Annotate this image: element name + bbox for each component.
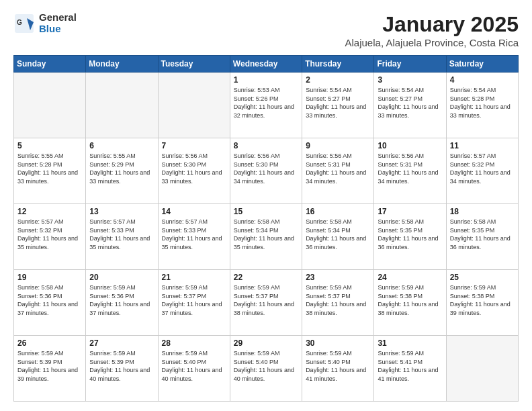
calendar-day-cell: 19Sunrise: 5:58 AMSunset: 5:36 PMDayligh…: [14, 270, 86, 336]
calendar-day-cell: [158, 73, 230, 138]
day-number: 20: [89, 273, 154, 282]
day-info: Sunrise: 5:58 AMSunset: 5:35 PMDaylight:…: [450, 218, 515, 251]
day-number: 7: [162, 141, 226, 150]
calendar-day-cell: 11Sunrise: 5:57 AMSunset: 5:32 PMDayligh…: [446, 138, 518, 204]
day-info: Sunrise: 5:54 AMSunset: 5:27 PMDaylight:…: [306, 86, 370, 120]
day-number: 30: [306, 338, 370, 348]
day-number: 31: [378, 338, 442, 348]
calendar-day-cell: 14Sunrise: 5:57 AMSunset: 5:33 PMDayligh…: [158, 204, 230, 270]
calendar-week-row: 5Sunrise: 5:55 AMSunset: 5:28 PMDaylight…: [14, 138, 519, 204]
day-info: Sunrise: 5:57 AMSunset: 5:32 PMDaylight:…: [17, 218, 82, 251]
calendar-day-cell: 31Sunrise: 5:59 AMSunset: 5:41 PMDayligh…: [374, 336, 446, 402]
day-info: Sunrise: 5:59 AMSunset: 5:38 PMDaylight:…: [450, 283, 515, 317]
day-info: Sunrise: 5:58 AMSunset: 5:36 PMDaylight:…: [17, 283, 82, 317]
calendar-day-cell: 15Sunrise: 5:58 AMSunset: 5:34 PMDayligh…: [230, 204, 302, 270]
day-info: Sunrise: 5:59 AMSunset: 5:38 PMDaylight:…: [378, 283, 442, 317]
calendar-day-cell: 9Sunrise: 5:56 AMSunset: 5:31 PMDaylight…: [302, 138, 374, 204]
day-number: 14: [162, 207, 226, 216]
day-number: 29: [234, 338, 298, 348]
calendar-week-row: 19Sunrise: 5:58 AMSunset: 5:36 PMDayligh…: [14, 270, 519, 336]
day-info: Sunrise: 5:59 AMSunset: 5:39 PMDaylight:…: [89, 349, 154, 383]
calendar-day-cell: 5Sunrise: 5:55 AMSunset: 5:28 PMDaylight…: [14, 138, 86, 204]
day-info: Sunrise: 5:59 AMSunset: 5:37 PMDaylight:…: [234, 283, 298, 317]
logo-icon: G: [13, 13, 35, 34]
day-number: 2: [306, 75, 370, 85]
logo: G General Blue: [13, 12, 77, 34]
day-number: 23: [306, 273, 370, 282]
calendar-day-header: Tuesday: [158, 56, 230, 73]
day-info: Sunrise: 5:59 AMSunset: 5:37 PMDaylight:…: [162, 283, 226, 317]
calendar-day-header: Friday: [374, 56, 446, 73]
day-number: 28: [162, 338, 226, 348]
calendar-day-cell: 10Sunrise: 5:56 AMSunset: 5:31 PMDayligh…: [374, 138, 446, 204]
calendar-day-header: Sunday: [14, 56, 86, 73]
calendar-day-cell: 25Sunrise: 5:59 AMSunset: 5:38 PMDayligh…: [446, 270, 518, 336]
calendar-day-cell: 22Sunrise: 5:59 AMSunset: 5:37 PMDayligh…: [230, 270, 302, 336]
calendar-day-cell: 28Sunrise: 5:59 AMSunset: 5:40 PMDayligh…: [158, 336, 230, 402]
logo-text: General Blue: [39, 12, 77, 34]
day-number: 27: [89, 338, 154, 348]
calendar-day-header: Wednesday: [230, 56, 302, 73]
calendar-day-cell: 16Sunrise: 5:58 AMSunset: 5:34 PMDayligh…: [302, 204, 374, 270]
calendar-day-cell: 13Sunrise: 5:57 AMSunset: 5:33 PMDayligh…: [86, 204, 158, 270]
day-info: Sunrise: 5:56 AMSunset: 5:31 PMDaylight:…: [378, 152, 442, 185]
calendar-day-cell: [446, 336, 518, 402]
day-info: Sunrise: 5:59 AMSunset: 5:37 PMDaylight:…: [306, 283, 370, 317]
calendar-day-cell: 20Sunrise: 5:59 AMSunset: 5:36 PMDayligh…: [86, 270, 158, 336]
day-number: 18: [450, 207, 515, 216]
day-number: 12: [17, 207, 82, 216]
logo-general-text: General: [39, 12, 77, 24]
svg-text:G: G: [17, 19, 22, 26]
main-title: January 2025: [345, 12, 519, 37]
day-number: 16: [306, 207, 370, 216]
day-number: 4: [450, 75, 515, 85]
day-info: Sunrise: 5:59 AMSunset: 5:41 PMDaylight:…: [378, 349, 442, 383]
calendar-day-header: Saturday: [446, 56, 518, 73]
day-info: Sunrise: 5:58 AMSunset: 5:34 PMDaylight:…: [234, 218, 298, 251]
day-info: Sunrise: 5:54 AMSunset: 5:28 PMDaylight:…: [450, 86, 515, 120]
day-info: Sunrise: 5:59 AMSunset: 5:40 PMDaylight:…: [306, 349, 370, 383]
calendar-day-cell: 17Sunrise: 5:58 AMSunset: 5:35 PMDayligh…: [374, 204, 446, 270]
calendar-header-row: SundayMondayTuesdayWednesdayThursdayFrid…: [14, 56, 519, 73]
day-info: Sunrise: 5:58 AMSunset: 5:35 PMDaylight:…: [378, 218, 442, 251]
day-number: 3: [378, 75, 442, 85]
calendar-day-cell: 7Sunrise: 5:56 AMSunset: 5:30 PMDaylight…: [158, 138, 230, 204]
day-info: Sunrise: 5:59 AMSunset: 5:39 PMDaylight:…: [17, 349, 82, 383]
calendar-day-cell: 26Sunrise: 5:59 AMSunset: 5:39 PMDayligh…: [14, 336, 86, 402]
day-number: 26: [17, 338, 82, 348]
day-number: 10: [378, 141, 442, 150]
calendar-day-cell: 12Sunrise: 5:57 AMSunset: 5:32 PMDayligh…: [14, 204, 86, 270]
logo-blue-text: Blue: [39, 24, 77, 35]
day-info: Sunrise: 5:56 AMSunset: 5:31 PMDaylight:…: [306, 152, 370, 185]
day-info: Sunrise: 5:59 AMSunset: 5:36 PMDaylight:…: [89, 283, 154, 317]
day-number: 8: [234, 141, 298, 150]
day-number: 13: [89, 207, 154, 216]
calendar-day-cell: 29Sunrise: 5:59 AMSunset: 5:40 PMDayligh…: [230, 336, 302, 402]
calendar-day-cell: 23Sunrise: 5:59 AMSunset: 5:37 PMDayligh…: [302, 270, 374, 336]
calendar-day-cell: 8Sunrise: 5:56 AMSunset: 5:30 PMDaylight…: [230, 138, 302, 204]
calendar-week-row: 12Sunrise: 5:57 AMSunset: 5:32 PMDayligh…: [14, 204, 519, 270]
day-number: 24: [378, 273, 442, 282]
day-number: 5: [17, 141, 82, 150]
day-info: Sunrise: 5:57 AMSunset: 5:33 PMDaylight:…: [162, 218, 226, 251]
calendar-day-header: Thursday: [302, 56, 374, 73]
day-number: 15: [234, 207, 298, 216]
day-info: Sunrise: 5:59 AMSunset: 5:40 PMDaylight:…: [234, 349, 298, 383]
calendar-day-cell: 6Sunrise: 5:55 AMSunset: 5:29 PMDaylight…: [86, 138, 158, 204]
day-number: 25: [450, 273, 515, 282]
day-number: 17: [378, 207, 442, 216]
day-number: 19: [17, 273, 82, 282]
day-info: Sunrise: 5:58 AMSunset: 5:34 PMDaylight:…: [306, 218, 370, 251]
header: G General Blue January 2025 Alajuela, Al…: [13, 12, 519, 48]
calendar-week-row: 1Sunrise: 5:53 AMSunset: 5:26 PMDaylight…: [14, 73, 519, 138]
calendar-day-cell: 30Sunrise: 5:59 AMSunset: 5:40 PMDayligh…: [302, 336, 374, 402]
day-info: Sunrise: 5:53 AMSunset: 5:26 PMDaylight:…: [234, 86, 298, 120]
calendar-day-cell: 4Sunrise: 5:54 AMSunset: 5:28 PMDaylight…: [446, 73, 518, 138]
day-info: Sunrise: 5:55 AMSunset: 5:29 PMDaylight:…: [89, 152, 154, 185]
day-info: Sunrise: 5:56 AMSunset: 5:30 PMDaylight:…: [162, 152, 226, 185]
day-number: 11: [450, 141, 515, 150]
calendar-day-cell: 24Sunrise: 5:59 AMSunset: 5:38 PMDayligh…: [374, 270, 446, 336]
page: G General Blue January 2025 Alajuela, Al…: [0, 0, 532, 411]
calendar-day-cell: [86, 73, 158, 138]
calendar-day-cell: 1Sunrise: 5:53 AMSunset: 5:26 PMDaylight…: [230, 73, 302, 138]
